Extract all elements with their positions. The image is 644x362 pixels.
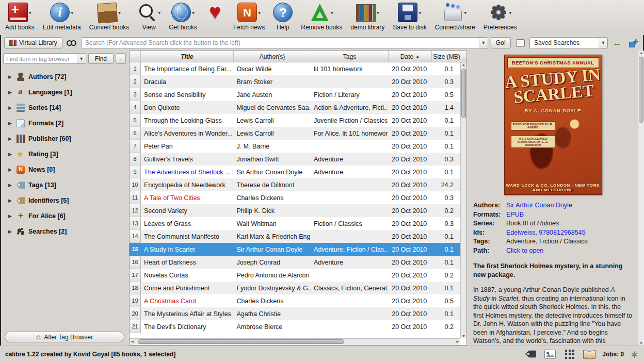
toolbar-button-remove-books[interactable]: ▾Remove books — [300, 2, 343, 31]
toolbar-button-add-books[interactable]: ▾Add books — [4, 2, 36, 31]
scroll-left-arrow-icon[interactable]: ◂ — [131, 339, 134, 344]
chevron-right-icon[interactable]: ▶ — [8, 136, 13, 141]
vertical-scrollbar-thumb[interactable] — [461, 69, 466, 118]
save-search-button[interactable]: ← — [610, 37, 624, 49]
find-button[interactable]: Find — [88, 53, 114, 64]
details-scrollbar-thumb[interactable] — [639, 57, 643, 123]
dropdown-arrow-icon[interactable]: ▾ — [71, 10, 73, 15]
book-row[interactable]: 19A Christmas CarolCharles Dickens20 Oct… — [130, 294, 460, 307]
collapse-all-button[interactable]: - — [116, 53, 126, 64]
dropdown-arrow-icon[interactable]: ▾ — [29, 10, 31, 15]
book-list-horizontal-scrollbar[interactable]: ◂ ▸ — [130, 338, 460, 345]
toolbar-button-preferences[interactable]: ▾Preferences — [482, 2, 518, 31]
chevron-right-icon[interactable]: ▶ — [8, 152, 13, 157]
scroll-right-arrow-icon[interactable]: ▸ — [456, 339, 459, 344]
tag-browser-item-publisher[interactable]: ▶Publisher [60] — [3, 131, 126, 146]
tag-browser-item-news[interactable]: ▶News [0] — [3, 162, 126, 177]
dropdown-arrow-icon[interactable]: ▾ — [509, 10, 512, 15]
dropdown-arrow-icon[interactable]: ▾ — [464, 10, 466, 15]
detail-link[interactable]: Click to open — [506, 247, 543, 254]
detail-link[interactable]: 9780812968545 — [539, 229, 585, 236]
advanced-search-button[interactable] — [65, 37, 78, 49]
book-row[interactable]: 11A Tale of Two CitiesCharles Dickens20 … — [130, 191, 460, 204]
column-header-title[interactable]: Title — [141, 51, 234, 62]
tag-browser-item-for-alice[interactable]: ▶For Alice [6] — [3, 208, 126, 224]
book-row[interactable]: 2DraculaBram Stoker20 Oct 20100.3 — [130, 75, 460, 88]
column-header-size[interactable]: Size (MB) — [432, 51, 461, 62]
toolbar-button-save-to-disk[interactable]: ▾Save to disk — [392, 2, 427, 31]
book-row[interactable]: 1The Importance of Being Ear...Oscar Wil… — [130, 62, 460, 75]
saved-searches-select[interactable]: Saved Searches ▼ — [529, 37, 608, 49]
dropdown-arrow-icon[interactable]: ▾ — [118, 10, 121, 15]
chevron-right-icon[interactable]: ▶ — [8, 183, 13, 188]
scroll-down-arrow-icon[interactable]: ▼ — [461, 334, 466, 338]
book-row[interactable]: 14The Communist ManifestoKarl Marx & Fri… — [130, 230, 460, 243]
scroll-up-arrow-icon[interactable]: ▲ — [638, 51, 644, 55]
book-row[interactable]: 12Second VarietyPhilip K. Dick20 Oct 201… — [130, 204, 460, 217]
toolbar-button-convert-books[interactable]: ▾Convert books — [88, 2, 130, 31]
horizontal-scrollbar-thumb[interactable] — [138, 339, 344, 344]
book-list-vertical-scrollbar[interactable]: ▲ ▼ — [460, 62, 466, 338]
book-row[interactable]: 7Peter PanJ. M. Barrie20 Oct 20100.1 — [130, 140, 460, 153]
chevron-right-icon[interactable]: ▶ — [8, 229, 13, 234]
jobs-label[interactable]: Jobs: 0 — [602, 351, 624, 358]
detail-link[interactable]: Edelweiss — [506, 229, 535, 236]
scroll-up-arrow-icon[interactable]: ▲ — [461, 63, 466, 67]
toolbar-button-get-books[interactable]: ▾Get books — [168, 2, 198, 31]
tag-browser-item-series[interactable]: ▶Series [14] — [3, 100, 126, 116]
search-dropdown-arrow-icon[interactable]: ▼ — [479, 38, 488, 48]
book-row[interactable]: 18Crime and PunishmentFyodor Dostoyevsky… — [130, 282, 460, 294]
scroll-down-arrow-icon[interactable]: ▼ — [638, 341, 644, 345]
toolbar-button-edit-metadata[interactable]: ▾Edit metadata — [42, 2, 82, 31]
dropdown-arrow-icon[interactable]: ▾ — [192, 10, 195, 15]
tag-browser-item-tags[interactable]: ▶Tags [13] — [3, 177, 126, 193]
tag-browser-item-authors[interactable]: ▶Authors [72] — [3, 69, 126, 85]
book-row[interactable]: 13Leaves of GrassWalt WhitmanFiction / C… — [130, 217, 460, 230]
toggle-tag-browser-button[interactable] — [524, 348, 537, 360]
book-row[interactable]: 20The Mysterious Affair at StylesAgatha … — [130, 307, 460, 320]
toggle-cover-browser-button[interactable] — [543, 348, 557, 360]
tag-browser-item-languages[interactable]: ▶Languages [1] — [3, 85, 126, 100]
detail-link[interactable]: Sir Arthur Conan Doyle — [506, 202, 572, 209]
column-header-tags[interactable]: Tags — [311, 51, 389, 62]
book-row[interactable]: 21The Devil's DictionaryAmbrose Bierce20… — [130, 320, 460, 333]
book-row[interactable]: 16Heart of DarknessJoseph ConradAdventur… — [130, 256, 460, 269]
toolbar-button-view[interactable]: ▾View — [136, 2, 162, 31]
book-row[interactable]: 8Gulliver's TravelsJonathan SwiftAdventu… — [130, 153, 460, 166]
detail-link[interactable]: EPUB — [506, 211, 524, 218]
dropdown-arrow-icon[interactable]: ▾ — [331, 10, 333, 15]
toolbar-button-donate[interactable] — [204, 2, 226, 23]
toolbar-button-connect-share[interactable]: ▾Connect/share — [434, 2, 476, 31]
add-saved-search-button[interactable] — [626, 37, 640, 49]
find-input[interactable] — [4, 54, 77, 63]
toggle-book-details-button[interactable] — [583, 348, 596, 360]
clear-search-button[interactable] — [513, 37, 527, 49]
book-row[interactable]: 5Through the Looking-GlassLewis CarrollJ… — [130, 114, 460, 127]
go-button[interactable]: Go! — [491, 37, 511, 48]
dropdown-arrow-icon[interactable]: ▾ — [418, 10, 421, 15]
book-row[interactable]: 6Alice's Adventures in Wonder...Lewis Ca… — [130, 127, 460, 140]
dropdown-arrow-icon[interactable]: ▾ — [377, 10, 379, 15]
chevron-right-icon[interactable]: ▶ — [8, 105, 13, 110]
chevron-right-icon[interactable]: ▶ — [8, 198, 13, 203]
column-header-authors[interactable]: Author(s) — [234, 51, 311, 62]
tag-browser-item-searches[interactable]: ▶Searches [2] — [3, 224, 126, 239]
book-row[interactable]: 17Novelas CortasPedro Antonio de Alarcón… — [130, 269, 460, 282]
book-row[interactable]: 10Encyclopedia of NeedleworkTherese de D… — [130, 178, 460, 191]
dropdown-arrow-icon[interactable]: ▾ — [258, 10, 261, 15]
chevron-right-icon[interactable]: ▶ — [8, 121, 13, 126]
jobs-spinner-icon[interactable]: ∗ — [630, 349, 639, 359]
details-vertical-scrollbar[interactable]: ▲ ▼ — [638, 51, 644, 345]
book-cover[interactable]: BEETON'S CHRISTMAS ANNUAL A STUDY IN SCA… — [504, 55, 602, 195]
find-dropdown-arrow-icon[interactable]: ▼ — [77, 54, 86, 63]
chevron-right-icon[interactable]: ▶ — [8, 213, 13, 219]
tag-browser-item-rating[interactable]: ▶Rating [3] — [3, 146, 126, 162]
chevron-right-icon[interactable]: ▶ — [8, 74, 13, 79]
book-row[interactable]: 4Don QuixoteMiguel de Cervantes Saa...Ac… — [130, 101, 460, 114]
book-row[interactable]: 15A Study in ScarletSir Arthur Conan Doy… — [130, 243, 460, 256]
saved-searches-arrow-icon[interactable]: ▼ — [599, 38, 607, 48]
book-row[interactable]: 3Sense and SensibilityJane AustenFiction… — [130, 88, 460, 101]
toolbar-button-fetch-news[interactable]: ▾Fetch news — [232, 2, 266, 31]
virtual-library-button[interactable]: Virtual Library — [4, 37, 62, 48]
dropdown-arrow-icon[interactable]: ▾ — [158, 10, 160, 15]
